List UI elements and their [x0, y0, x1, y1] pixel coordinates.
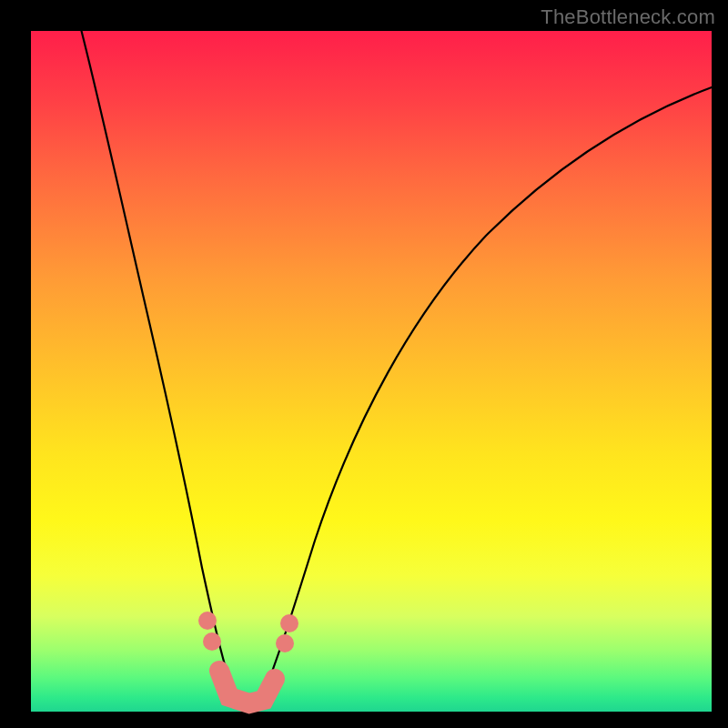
- watermark-text: TheBottleneck.com: [541, 5, 715, 29]
- marker-dot: [203, 632, 221, 651]
- chart-frame: TheBottleneck.com: [0, 0, 728, 728]
- marker-dot: [198, 612, 217, 630]
- bottleneck-curve: [80, 25, 712, 704]
- curve-layer: [31, 31, 712, 712]
- marker-dot: [276, 634, 294, 652]
- marker-trough-line: [219, 671, 275, 703]
- plot-area: [31, 31, 712, 712]
- marker-dot: [280, 614, 298, 632]
